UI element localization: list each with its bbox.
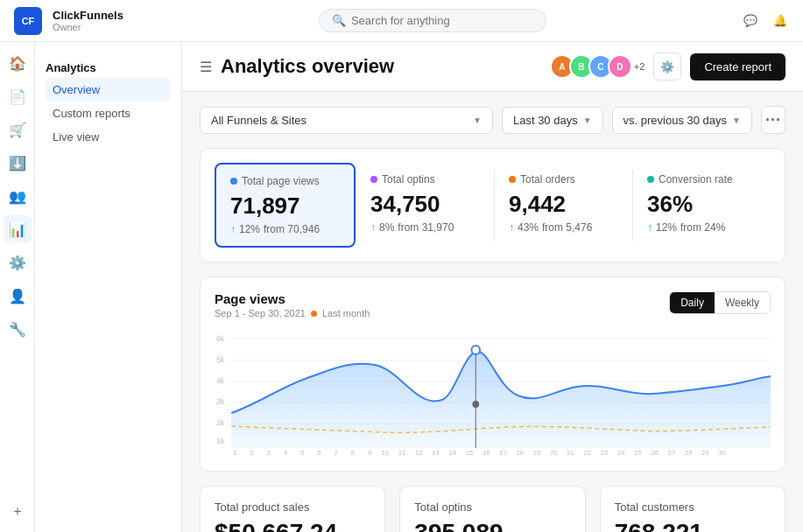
chart-subtitle: Sep 1 - Sep 30, 2021 Last month [215,308,370,318]
period-filter[interactable]: Last 30 days ▼ [502,107,603,134]
chart-title-group: Page views Sep 1 - Sep 30, 2021 Last mon… [215,291,370,318]
sidebar-item-live-view[interactable]: Live view [46,125,171,149]
more-options-button[interactable]: ··· [761,106,785,134]
topbar: CF ClickFunnels Owner 🔍 💬 🔔 [0,0,803,42]
stat-page-views-change: ↑ 12% from 70,946 [230,223,340,235]
svg-text:27: 27 [668,449,676,457]
svg-text:25: 25 [634,449,642,457]
total-optins-value: 395,089 [414,519,570,532]
filters-row: All Funnels & Sites ▼ Last 30 days ▼ vs.… [200,106,785,134]
nav-download[interactable]: ⬇️ [4,149,32,177]
stat-page-views[interactable]: Total page views 71,897 ↑ 12% from 70,94… [215,163,356,248]
svg-text:6k: 6k [216,334,225,343]
svg-text:1k: 1k [216,437,225,445]
page-header-right: A B C D +2 ⚙️ Create report [550,52,785,80]
svg-text:12: 12 [415,449,423,457]
sidebar-item-custom-reports[interactable]: Custom reports [46,102,171,125]
nav-settings[interactable]: 🔧 [4,315,32,343]
bottom-card-total-customers: Total customers 768,221 ↑ 32% from $22,3… [600,486,785,532]
toggle-weekly-button[interactable]: Weekly [715,292,770,313]
page-header: ☰ Analytics overview A B C D +2 ⚙️ Creat… [182,42,803,92]
stat-optins-change: ↑ 8% from 31,970 [370,221,480,234]
page-title: Analytics overview [221,55,394,78]
search-input[interactable] [351,14,526,27]
comparison-filter-label: vs. previous 30 days [623,114,728,127]
search-icon: 🔍 [332,14,346,27]
svg-text:7: 7 [335,449,338,457]
nav-contacts[interactable]: 👥 [4,182,32,210]
svg-text:30: 30 [718,449,726,457]
svg-point-13 [472,401,479,408]
bottom-card-total-optins: Total optins 395,089 ↑ 28% from 284,465 [399,486,585,532]
total-customers-title: Total customers [615,500,771,514]
total-customers-value: 768,221 [615,519,771,532]
comparison-filter[interactable]: vs. previous 30 days ▼ [612,107,752,134]
stat-optins-value: 34,750 [370,191,480,218]
svg-text:10: 10 [382,449,390,457]
period-chevron-icon: ▼ [583,116,592,125]
nav-automation[interactable]: ⚙️ [4,248,32,276]
search-bar-container: 🔍 [134,9,731,32]
hamburger-icon[interactable]: ☰ [200,59,212,75]
stat-dot-orange [509,176,516,183]
svg-text:5k: 5k [216,355,225,364]
stat-conversion-arrow: ↑ [647,221,652,234]
svg-text:15: 15 [466,449,474,457]
sidebar-section-title: Analytics [46,56,171,78]
avatar-4: D [608,54,632,79]
bell-icon[interactable]: 🔔 [771,12,789,30]
sidebar-item-overview[interactable]: Overview [46,78,171,102]
create-report-button[interactable]: Create report [690,53,785,80]
stat-conversion[interactable]: Conversion rate 36% ↑ 12% from 24% [633,163,771,248]
stat-page-views-arrow: ↑ [230,223,236,235]
svg-text:4: 4 [284,449,288,457]
nav-add[interactable]: ＋ [4,497,32,525]
chart-wrapper: 6k 5k 4k 3k 2k 1k [215,326,771,457]
nav-home[interactable]: 🏠 [4,49,32,77]
stat-optins[interactable]: Total optins 34,750 ↑ 8% from 31,970 [356,163,494,248]
chart-svg: 6k 5k 4k 3k 2k 1k [215,326,771,457]
page-header-left: ☰ Analytics overview [200,55,394,78]
nav-people[interactable]: 👤 [4,282,32,310]
funnel-filter-label: All Funnels & Sites [211,114,306,127]
stat-orders[interactable]: Total orders 9,442 ↑ 43% from 5,476 [495,163,632,248]
svg-text:11: 11 [398,449,406,457]
stat-conversion-label: Conversion rate [647,173,757,186]
search-inner[interactable]: 🔍 [319,9,546,32]
sidebar-section-analytics: Analytics Overview Custom reports Live v… [35,52,181,152]
toggle-daily-button[interactable]: Daily [670,292,715,313]
logo: CF [14,7,42,35]
app-layout: 🏠 📄 🛒 ⬇️ 👥 📊 ⚙️ 👤 🔧 ＋ Analytics Overview… [0,42,803,532]
svg-text:3: 3 [267,449,271,457]
nav-cart[interactable]: 🛒 [4,116,32,144]
stat-dot-purple [370,176,377,183]
svg-text:4k: 4k [216,376,225,385]
stat-orders-value: 9,442 [509,191,618,218]
main-content: ☰ Analytics overview A B C D +2 ⚙️ Creat… [182,42,803,532]
settings-button[interactable]: ⚙️ [653,52,681,80]
stat-dot-blue [230,178,237,185]
svg-text:18: 18 [516,449,524,457]
svg-text:3k: 3k [216,397,225,406]
svg-text:29: 29 [701,449,709,457]
stat-optins-arrow: ↑ [370,221,376,234]
chart-title: Page views [215,291,370,306]
avatar-count: +2 [634,61,645,72]
svg-text:17: 17 [499,449,507,457]
sidebar-item-live-view-label: Live view [53,130,99,144]
chart-header: Page views Sep 1 - Sep 30, 2021 Last mon… [215,291,771,318]
svg-text:24: 24 [617,449,625,457]
svg-text:28: 28 [685,449,693,457]
svg-text:8: 8 [351,449,356,457]
message-icon[interactable]: 💬 [742,12,759,30]
nav-pages[interactable]: 📄 [4,82,32,110]
chart-toggle-group: Daily Weekly [669,291,771,314]
brand-info: ClickFunnels Owner [53,9,123,33]
stat-dot-teal [647,176,654,183]
svg-text:13: 13 [432,449,440,457]
svg-text:5: 5 [300,449,305,457]
nav-analytics[interactable]: 📊 [4,215,32,243]
topbar-icons: 💬 🔔 [742,12,789,30]
funnel-filter[interactable]: All Funnels & Sites ▼ [200,107,493,134]
brand-sub: Owner [53,22,123,32]
